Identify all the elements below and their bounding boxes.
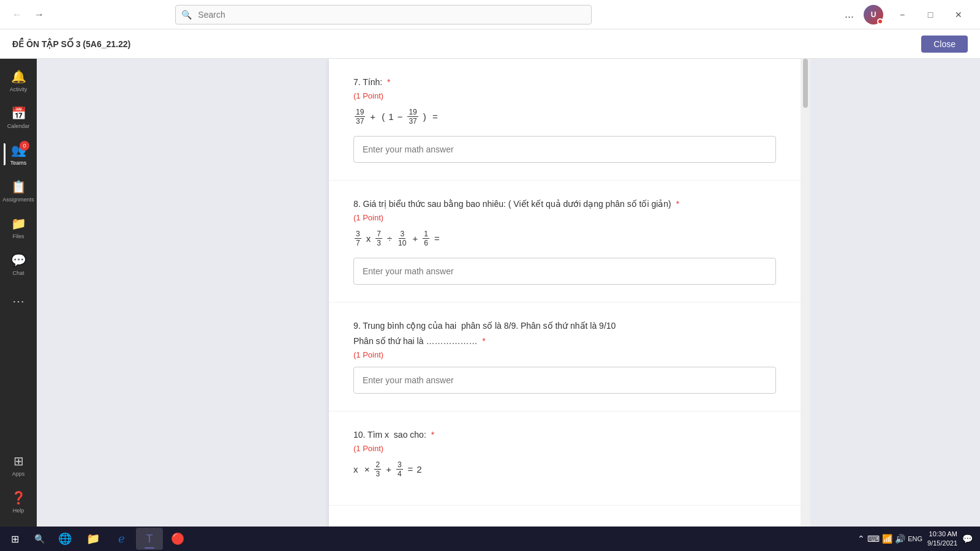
scrollbar-area [801, 59, 810, 527]
datetime-display[interactable]: 10:30 AM 9/15/2021 [927, 530, 957, 549]
question-7-block: 7. Tính: * (1 Point) 19 37 + ( 1 − 19 37 [329, 59, 801, 181]
required-marker-10: * [431, 430, 434, 440]
frac-3-4-q10: 3 4 [396, 460, 403, 479]
question-7-math: 19 37 + ( 1 − 19 37 ) = [353, 108, 776, 126]
avatar-badge [877, 18, 883, 24]
question-9-title2: Phân số thứ hai là ……………… * [353, 335, 776, 348]
question-10-math: x × 2 3 + 3 4 = 2 [353, 460, 776, 479]
taskbar-search-button[interactable]: 🔍 [28, 529, 50, 549]
question-10-block: 10. Tìm x sao cho: * (1 Point) x × 2 3 +… [329, 411, 801, 506]
sidebar-item-help[interactable]: ❓ Help [4, 485, 33, 519]
sidebar-item-more[interactable]: ⋯ [4, 284, 33, 318]
sidebar-label-assignments: Assignments [2, 197, 34, 203]
sidebar: 🔔 Activity 📅 Calendar 0 👥 Teams 📋 Assign… [0, 59, 37, 527]
chrome-icon: 🔴 [171, 532, 184, 545]
question-7-title: 7. Tính: * [353, 76, 776, 89]
question-8-block: 8. Giá trị biểu thức sau bằng bao nhiêu:… [329, 181, 801, 302]
taskbar-system-icons: ⌃ ⌨ 📶 🔊 ENG [858, 534, 922, 544]
notification-icon[interactable]: 💬 [962, 534, 973, 544]
taskbar-app-ie[interactable]: ℯ [108, 528, 135, 550]
sidebar-item-chat[interactable]: 💬 Chat [4, 247, 33, 282]
question-8-math: 3 7 x 7 3 ÷ 3 10 + 1 [353, 230, 776, 248]
frac-3-10-q8: 3 10 [397, 230, 407, 248]
assignments-icon: 📋 [11, 179, 26, 194]
topbar: ← → 🔍 ... U − □ ✕ [0, 0, 980, 29]
taskbar-app-explorer[interactable]: 📁 [80, 528, 107, 550]
required-marker-9: * [480, 336, 485, 346]
volume-icon[interactable]: 🔊 [895, 534, 905, 544]
more-icon: ⋯ [12, 294, 24, 309]
frac-1-6-q8: 1 6 [423, 230, 429, 248]
question-9-input[interactable] [353, 367, 776, 394]
taskbar-app-chrome[interactable]: 🔴 [164, 528, 191, 550]
chevron-up-icon[interactable]: ⌃ [858, 534, 865, 544]
right-panel [913, 59, 980, 527]
lang-label: ENG [908, 535, 922, 542]
ie-icon: ℯ [118, 532, 125, 545]
question-7-input[interactable] [353, 136, 776, 163]
sidebar-item-calendar[interactable]: 📅 Calendar [4, 100, 33, 135]
chat-icon: 💬 [11, 253, 26, 268]
window-controls: − □ ✕ [888, 5, 973, 24]
question-9-points: (1 Point) [353, 350, 776, 359]
taskbar-right: ⌃ ⌨ 📶 🔊 ENG 10:30 AM 9/15/2021 💬 [858, 530, 978, 549]
minimize-button[interactable]: − [888, 5, 916, 24]
assignment-title: ĐỀ ÔN TẬP SỐ 3 (5A6_21.22) [12, 39, 130, 49]
taskbar-app-teams[interactable]: T [136, 528, 163, 550]
question-8-points: (1 Point) [353, 213, 776, 222]
content-area: 7. Tính: * (1 Point) 19 37 + ( 1 − 19 37 [227, 59, 913, 527]
form-container: 7. Tính: * (1 Point) 19 37 + ( 1 − 19 37 [329, 59, 801, 527]
calendar-icon: 📅 [11, 106, 26, 121]
taskbar-app-edge[interactable]: 🌐 [51, 528, 78, 550]
sidebar-item-teams[interactable]: 0 👥 Teams [4, 137, 33, 171]
taskbar: ⊞ 🔍 🌐 📁 ℯ T 🔴 ⌃ ⌨ 📶 🔊 ENG 10:30 AM 9/15/… [0, 527, 980, 551]
question-10-points: (1 Point) [353, 444, 776, 453]
question-8-input[interactable] [353, 258, 776, 285]
sidebar-item-files[interactable]: 📁 Files [4, 211, 33, 245]
main-layout: 🔔 Activity 📅 Calendar 0 👥 Teams 📋 Assign… [0, 59, 980, 527]
required-marker-7: * [387, 77, 390, 87]
apps-icon: ⊞ [13, 454, 24, 468]
teams-badge: 0 [20, 141, 29, 151]
explorer-icon: 📁 [86, 532, 100, 545]
time-display: 10:30 AM [927, 530, 957, 539]
maximize-button[interactable]: □ [916, 5, 944, 24]
sidebar-label-teams: Teams [10, 160, 27, 166]
window-close-button[interactable]: ✕ [944, 5, 973, 24]
activity-icon: 🔔 [11, 69, 26, 84]
edge-icon: 🌐 [58, 532, 72, 545]
scrollbar-thumb[interactable] [803, 59, 808, 108]
sidebar-item-activity[interactable]: 🔔 Activity [4, 64, 33, 98]
search-bar: 🔍 [175, 5, 592, 24]
sidebar-label-apps: Apps [12, 471, 25, 477]
start-button[interactable]: ⊞ [2, 529, 27, 549]
required-marker-8: * [676, 199, 679, 209]
assignment-bar: ĐỀ ÔN TẬP SỐ 3 (5A6_21.22) Close [0, 29, 980, 59]
sidebar-label-chat: Chat [12, 270, 24, 276]
close-assignment-button[interactable]: Close [921, 36, 968, 53]
question-9-block: 9. Trung bình cộng của hai phân số là 8/… [329, 302, 801, 411]
search-input[interactable] [175, 5, 592, 24]
question-7-points: (1 Point) [353, 91, 776, 100]
keyboard-icon[interactable]: ⌨ [867, 534, 880, 544]
sidebar-label-files: Files [12, 233, 24, 239]
back-button[interactable]: ← [7, 5, 27, 24]
question-10-title: 10. Tìm x sao cho: * [353, 429, 776, 441]
left-panel [37, 59, 227, 527]
help-icon: ❓ [11, 490, 26, 505]
avatar-wrap: U [864, 5, 883, 24]
topbar-right: ... U − □ ✕ [840, 5, 973, 24]
sidebar-label-activity: Activity [10, 86, 28, 92]
frac-19-37-q7: 19 37 [355, 108, 365, 126]
sidebar-item-apps[interactable]: ⊞ Apps [4, 448, 33, 482]
search-icon: 🔍 [181, 10, 192, 20]
question-9-title: 9. Trung bình cộng của hai phân số là 8/… [353, 320, 776, 332]
sidebar-label-calendar: Calendar [7, 123, 30, 129]
frac-19-37-b-q7: 19 37 [407, 108, 418, 126]
more-options-button[interactable]: ... [840, 6, 859, 23]
frac-7-3-q8: 7 3 [375, 230, 382, 248]
date-display: 9/15/2021 [927, 539, 957, 548]
network-icon[interactable]: 📶 [882, 534, 892, 544]
forward-button[interactable]: → [29, 5, 49, 24]
sidebar-item-assignments[interactable]: 📋 Assignments [4, 174, 33, 208]
